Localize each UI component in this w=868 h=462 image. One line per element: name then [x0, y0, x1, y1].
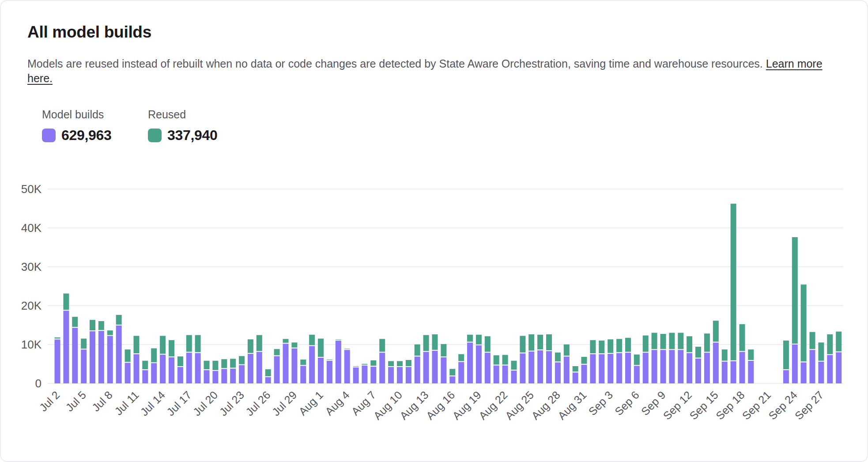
bar-model-builds[interactable]: [107, 336, 113, 383]
bar-reused[interactable]: [836, 332, 842, 352]
bar-reused[interactable]: [151, 348, 157, 363]
bar-reused[interactable]: [783, 341, 789, 369]
bar-reused[interactable]: [818, 342, 824, 360]
bar-model-builds[interactable]: [494, 366, 499, 384]
bar-reused[interactable]: [415, 345, 420, 356]
bar-reused[interactable]: [537, 335, 543, 349]
bar-reused[interactable]: [660, 334, 666, 349]
bar-model-builds[interactable]: [537, 350, 543, 383]
bar-model-builds[interactable]: [836, 352, 842, 383]
bar-model-builds[interactable]: [643, 353, 649, 384]
bar-model-builds[interactable]: [344, 350, 350, 383]
bar-reused[interactable]: [748, 349, 754, 360]
bar-model-builds[interactable]: [204, 370, 210, 383]
bar-reused[interactable]: [379, 339, 385, 352]
bar-reused[interactable]: [485, 336, 491, 352]
bar-model-builds[interactable]: [177, 367, 183, 383]
bar-reused[interactable]: [555, 352, 561, 361]
bar-reused[interactable]: [283, 339, 289, 343]
bar-model-builds[interactable]: [625, 353, 631, 384]
bar-model-builds[interactable]: [616, 353, 622, 383]
bar-reused[interactable]: [687, 336, 692, 352]
bar-model-builds[interactable]: [230, 369, 236, 383]
bar-model-builds[interactable]: [90, 331, 95, 383]
bar-reused[interactable]: [494, 355, 499, 364]
bar-reused[interactable]: [98, 321, 104, 330]
bar-reused[interactable]: [467, 335, 473, 342]
bar-reused[interactable]: [423, 335, 429, 351]
bar-reused[interactable]: [476, 335, 482, 345]
bar-model-builds[interactable]: [467, 343, 473, 383]
bar-reused[interactable]: [212, 361, 218, 370]
bar-model-builds[interactable]: [810, 350, 815, 383]
bar-model-builds[interactable]: [212, 371, 218, 383]
bar-reused[interactable]: [397, 361, 403, 366]
bar-reused[interactable]: [300, 360, 306, 365]
bar-model-builds[interactable]: [388, 367, 394, 383]
bar-reused[interactable]: [616, 339, 622, 352]
bar-reused[interactable]: [827, 334, 833, 354]
bar-reused[interactable]: [643, 336, 649, 352]
bar-model-builds[interactable]: [502, 366, 508, 384]
bar-model-builds[interactable]: [476, 345, 482, 383]
bar-reused[interactable]: [528, 334, 534, 351]
bar-model-builds[interactable]: [81, 349, 87, 383]
bar-model-builds[interactable]: [327, 361, 332, 383]
bar-model-builds[interactable]: [151, 363, 157, 383]
bar-model-builds[interactable]: [546, 351, 552, 383]
bar-reused[interactable]: [695, 347, 701, 358]
bar-reused[interactable]: [590, 340, 596, 353]
bar-model-builds[interactable]: [704, 353, 710, 384]
bar-reused[interactable]: [441, 344, 446, 356]
bar-reused[interactable]: [160, 336, 166, 354]
bar-reused[interactable]: [55, 337, 60, 339]
bar-model-builds[interactable]: [722, 362, 728, 383]
bar-model-builds[interactable]: [257, 352, 262, 383]
bar-reused[interactable]: [116, 315, 122, 325]
bar-model-builds[interactable]: [397, 367, 403, 383]
bar-model-builds[interactable]: [142, 370, 148, 383]
bar-model-builds[interactable]: [63, 311, 69, 383]
bar-reused[interactable]: [344, 348, 350, 349]
bar-model-builds[interactable]: [221, 369, 227, 383]
bar-model-builds[interactable]: [660, 350, 666, 383]
bar-model-builds[interactable]: [134, 354, 140, 383]
bar-reused[interactable]: [107, 330, 113, 335]
bar-model-builds[interactable]: [362, 366, 367, 384]
bar-model-builds[interactable]: [265, 377, 271, 383]
bar-model-builds[interactable]: [423, 352, 429, 383]
bar-model-builds[interactable]: [125, 363, 131, 383]
bar-model-builds[interactable]: [441, 357, 446, 383]
bar-model-builds[interactable]: [248, 354, 253, 383]
bar-reused[interactable]: [502, 355, 508, 365]
bar-reused[interactable]: [169, 340, 174, 356]
bar-reused[interactable]: [327, 360, 332, 360]
bar-reused[interactable]: [204, 361, 210, 369]
bar-reused[interactable]: [362, 364, 367, 365]
bar-model-builds[interactable]: [169, 357, 174, 383]
bar-reused[interactable]: [581, 357, 587, 364]
bar-reused[interactable]: [810, 332, 815, 349]
bar-model-builds[interactable]: [72, 328, 78, 383]
bar-model-builds[interactable]: [300, 366, 306, 383]
bar-reused[interactable]: [520, 336, 525, 352]
bar-model-builds[interactable]: [274, 356, 280, 383]
bar-reused[interactable]: [134, 336, 140, 353]
bar-reused[interactable]: [731, 204, 736, 360]
bar-reused[interactable]: [449, 369, 455, 375]
bar-reused[interactable]: [406, 360, 411, 366]
bar-reused[interactable]: [318, 339, 324, 357]
bar-model-builds[interactable]: [818, 362, 824, 383]
bar-reused[interactable]: [458, 354, 464, 361]
bar-model-builds[interactable]: [353, 367, 359, 383]
bar-reused[interactable]: [195, 335, 201, 352]
bar-model-builds[interactable]: [406, 367, 411, 383]
bar-model-builds[interactable]: [652, 350, 657, 383]
bar-model-builds[interactable]: [827, 355, 833, 383]
bar-model-builds[interactable]: [669, 350, 675, 383]
bar-reused[interactable]: [704, 333, 710, 352]
bar-reused[interactable]: [722, 349, 728, 361]
bar-reused[interactable]: [388, 361, 394, 366]
bar-reused[interactable]: [265, 369, 271, 376]
bar-reused[interactable]: [186, 335, 192, 352]
